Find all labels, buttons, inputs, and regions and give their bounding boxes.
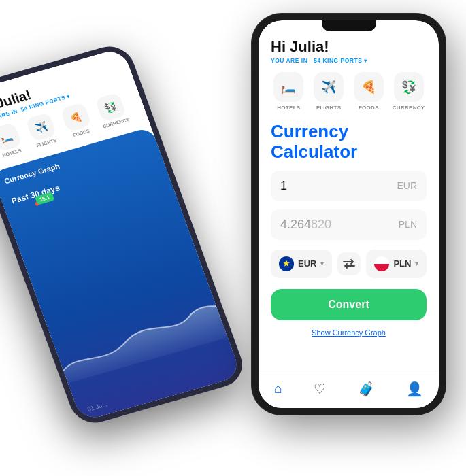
back-past-label: Past 30 days bbox=[10, 156, 155, 206]
front-nav-foods[interactable]: 🍕 FOODS bbox=[351, 72, 387, 111]
back-graph-area: Currency Graph Past 30 days 15.1 bbox=[0, 126, 242, 422]
currency-icon-box: 💱 bbox=[95, 92, 127, 122]
front-from-field[interactable]: 1 EUR bbox=[271, 171, 427, 201]
swap-icon bbox=[343, 259, 355, 269]
front-eur-label: EUR bbox=[298, 258, 316, 269]
front-to-select[interactable]: PLN ▾ bbox=[366, 250, 427, 278]
front-convert-button[interactable]: Convert bbox=[271, 289, 427, 320]
front-foods-icon: 🍕 bbox=[354, 72, 384, 102]
foods-icon-box: 🍕 bbox=[60, 103, 92, 133]
front-show-graph-link[interactable]: Show Currency Graph bbox=[271, 328, 427, 337]
front-flights-label: FLIGHTS bbox=[316, 105, 341, 111]
front-to-value: 4.264820 bbox=[280, 218, 331, 232]
front-greeting: Hi Julia! bbox=[271, 38, 427, 56]
front-nav-profile-button[interactable]: 👤 bbox=[398, 378, 431, 400]
front-nav-hotels[interactable]: 🛏️ HOTELS bbox=[271, 72, 307, 111]
hero-title-line1: Currency bbox=[271, 121, 348, 141]
front-pln-label: PLN bbox=[393, 258, 411, 269]
front-nav-bookings-button[interactable]: 🧳 bbox=[350, 378, 383, 400]
phone-front: Hi Julia! YOU ARE IN 54 KING PORTS ▾ 🛏️ … bbox=[252, 14, 446, 415]
front-location-prefix: YOU ARE IN bbox=[271, 57, 307, 64]
front-nav-home-button[interactable]: ⌂ bbox=[266, 378, 290, 400]
front-foods-label: FOODS bbox=[359, 105, 379, 111]
back-nav-currency[interactable]: 💱 Currency bbox=[91, 92, 131, 130]
front-nav-flights[interactable]: ✈️ FLIGHTS bbox=[311, 72, 347, 111]
front-location: YOU ARE IN 54 KING PORTS ▾ bbox=[271, 57, 427, 64]
pln-flag-icon bbox=[374, 256, 389, 271]
front-to-integer: 4.264 bbox=[280, 218, 311, 231]
front-nav-favorites-button[interactable]: ♡ bbox=[305, 378, 334, 400]
front-bottom-nav: ⌂ ♡ 🧳 👤 bbox=[259, 371, 439, 408]
front-nav-currency[interactable]: 💱 Currency bbox=[390, 72, 427, 111]
back-nav-hotels[interactable]: 🛏️ HOTELS bbox=[0, 122, 27, 160]
back-screen: Hi Julia! YOU ARE IN 54 KING PORTS ▾ 🛏️ … bbox=[0, 48, 242, 422]
phone-back: Hi Julia! YOU ARE IN 54 KING PORTS ▾ 🛏️ … bbox=[0, 41, 249, 428]
front-chevron-down-icon: ▾ bbox=[364, 58, 367, 64]
back-nav-flights[interactable]: ✈️ FLIGHTS bbox=[22, 112, 62, 150]
app-scene: Hi Julia! YOU ARE IN 54 KING PORTS ▾ 🛏️ … bbox=[0, 0, 466, 476]
front-hotels-label: HOTELS bbox=[277, 105, 300, 111]
front-nav-row: 🛏️ HOTELS ✈️ FLIGHTS 🍕 FOODS 💱 Currency bbox=[271, 72, 427, 111]
back-nav-foods[interactable]: 🍕 FOODS bbox=[56, 101, 97, 139]
front-from-select[interactable]: ⭐ EUR ▾ bbox=[271, 250, 332, 278]
back-wave-chart bbox=[49, 284, 238, 384]
to-chevron-down-icon: ▾ bbox=[415, 260, 418, 267]
front-notch bbox=[322, 20, 376, 31]
front-hero-title: Currency Calculator bbox=[271, 122, 427, 163]
eur-flag-icon: ⭐ bbox=[279, 256, 294, 271]
front-hotels-icon: 🛏️ bbox=[273, 72, 303, 102]
front-swap-button[interactable] bbox=[337, 252, 361, 275]
front-converter-row: ⭐ EUR ▾ PLN bbox=[271, 250, 427, 278]
front-screen: Hi Julia! YOU ARE IN 54 KING PORTS ▾ 🛏️ … bbox=[259, 31, 439, 371]
front-from-value: 1 bbox=[280, 179, 287, 193]
front-currency-icon: 💱 bbox=[394, 72, 424, 102]
back-date-label: 01 Ju... bbox=[86, 401, 108, 413]
front-to-currency: PLN bbox=[399, 219, 417, 230]
hero-title-line2: Calculator bbox=[271, 141, 357, 162]
from-chevron-down-icon: ▾ bbox=[320, 260, 324, 267]
flights-icon-box: ✈️ bbox=[25, 112, 57, 142]
front-from-currency: EUR bbox=[397, 180, 417, 191]
front-currency-label: Currency bbox=[393, 105, 425, 111]
front-to-decimal: 820 bbox=[311, 218, 331, 231]
front-location-highlight: 54 KING PORTS bbox=[314, 57, 362, 64]
back-chevron-icon: ▾ bbox=[66, 93, 71, 100]
front-flights-icon: ✈️ bbox=[314, 72, 344, 102]
front-to-field[interactable]: 4.264820 PLN bbox=[271, 209, 427, 240]
